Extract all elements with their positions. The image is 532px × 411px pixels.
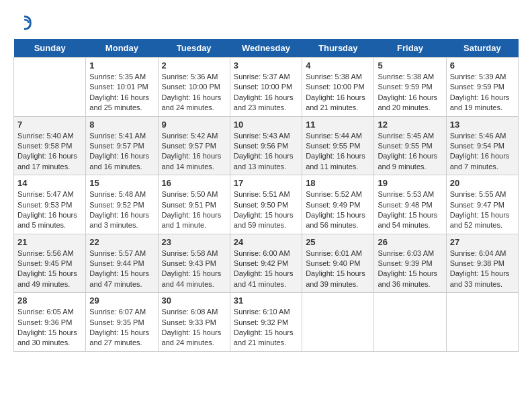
- cell-content: Sunrise: 5:46 AM Sunset: 9:54 PM Dayligh…: [450, 131, 515, 173]
- date-number: 8: [89, 120, 154, 130]
- weekday-header-friday: Friday: [374, 39, 446, 58]
- cell-content: Sunrise: 6:03 AM Sunset: 9:39 PM Dayligh…: [378, 248, 442, 290]
- calendar-cell: 9Sunrise: 5:42 AM Sunset: 9:57 PM Daylig…: [158, 116, 230, 175]
- date-number: 29: [89, 295, 154, 306]
- cell-content: Sunrise: 5:38 AM Sunset: 9:59 PM Dayligh…: [378, 72, 442, 113]
- date-number: 24: [234, 237, 298, 247]
- date-number: 27: [450, 237, 515, 247]
- cell-content: Sunrise: 5:47 AM Sunset: 9:53 PM Dayligh…: [17, 189, 82, 231]
- weekday-header-tuesday: Tuesday: [158, 39, 230, 58]
- calendar-cell: 30Sunrise: 6:08 AM Sunset: 9:33 PM Dayli…: [158, 293, 230, 352]
- date-number: 17: [234, 178, 298, 188]
- cell-content: Sunrise: 5:55 AM Sunset: 9:47 PM Dayligh…: [450, 189, 515, 231]
- date-number: 6: [450, 60, 515, 71]
- calendar-cell: [374, 293, 446, 352]
- date-number: 18: [306, 178, 370, 188]
- cell-content: Sunrise: 6:05 AM Sunset: 9:36 PM Dayligh…: [17, 307, 82, 349]
- date-number: 23: [162, 237, 226, 247]
- calendar-week-3: 14Sunrise: 5:47 AM Sunset: 9:53 PM Dayli…: [14, 175, 519, 234]
- calendar-cell: 25Sunrise: 6:01 AM Sunset: 9:40 PM Dayli…: [302, 234, 374, 293]
- date-number: 22: [89, 237, 154, 247]
- date-number: 10: [234, 120, 298, 130]
- calendar-cell: 6Sunrise: 5:39 AM Sunset: 9:59 PM Daylig…: [446, 58, 518, 117]
- calendar-week-4: 21Sunrise: 5:56 AM Sunset: 9:45 PM Dayli…: [14, 234, 519, 293]
- logo: [13, 13, 34, 32]
- cell-content: Sunrise: 5:39 AM Sunset: 9:59 PM Dayligh…: [450, 72, 515, 113]
- date-number: 25: [306, 237, 370, 247]
- calendar-cell: 28Sunrise: 6:05 AM Sunset: 9:36 PM Dayli…: [14, 293, 86, 352]
- date-number: 12: [378, 120, 442, 130]
- logo-icon: [15, 13, 34, 32]
- cell-content: Sunrise: 5:43 AM Sunset: 9:56 PM Dayligh…: [234, 131, 298, 173]
- date-number: 19: [378, 178, 442, 188]
- cell-content: Sunrise: 5:42 AM Sunset: 9:57 PM Dayligh…: [162, 131, 226, 173]
- calendar-cell: 24Sunrise: 6:00 AM Sunset: 9:42 PM Dayli…: [230, 234, 302, 293]
- cell-content: Sunrise: 5:37 AM Sunset: 10:00 PM Daylig…: [234, 72, 298, 113]
- calendar-cell: 22Sunrise: 5:57 AM Sunset: 9:44 PM Dayli…: [86, 234, 158, 293]
- calendar-cell: 17Sunrise: 5:51 AM Sunset: 9:50 PM Dayli…: [230, 175, 302, 234]
- cell-content: Sunrise: 5:51 AM Sunset: 9:50 PM Dayligh…: [234, 189, 298, 231]
- date-number: 5: [378, 60, 442, 71]
- calendar-cell: 19Sunrise: 5:53 AM Sunset: 9:48 PM Dayli…: [374, 175, 446, 234]
- date-number: 4: [306, 60, 370, 71]
- calendar-cell: 18Sunrise: 5:52 AM Sunset: 9:49 PM Dayli…: [302, 175, 374, 234]
- calendar-cell: 29Sunrise: 6:07 AM Sunset: 9:35 PM Dayli…: [86, 293, 158, 352]
- cell-content: Sunrise: 5:56 AM Sunset: 9:45 PM Dayligh…: [17, 248, 82, 290]
- date-number: 3: [234, 60, 298, 71]
- cell-content: Sunrise: 5:36 AM Sunset: 10:00 PM Daylig…: [162, 72, 226, 113]
- calendar-cell: [302, 293, 374, 352]
- calendar-cell: 15Sunrise: 5:48 AM Sunset: 9:52 PM Dayli…: [86, 175, 158, 234]
- date-number: 26: [378, 237, 442, 247]
- weekday-header-thursday: Thursday: [302, 39, 374, 58]
- calendar-cell: 8Sunrise: 5:41 AM Sunset: 9:57 PM Daylig…: [86, 116, 158, 175]
- cell-content: Sunrise: 5:38 AM Sunset: 10:00 PM Daylig…: [306, 72, 370, 113]
- calendar-cell: 12Sunrise: 5:45 AM Sunset: 9:55 PM Dayli…: [374, 116, 446, 175]
- cell-content: Sunrise: 5:57 AM Sunset: 9:44 PM Dayligh…: [89, 248, 154, 290]
- date-number: 9: [162, 120, 226, 130]
- calendar-cell: 26Sunrise: 6:03 AM Sunset: 9:39 PM Dayli…: [374, 234, 446, 293]
- calendar-cell: 20Sunrise: 5:55 AM Sunset: 9:47 PM Dayli…: [446, 175, 518, 234]
- cell-content: Sunrise: 6:04 AM Sunset: 9:38 PM Dayligh…: [450, 248, 515, 290]
- calendar-cell: 16Sunrise: 5:50 AM Sunset: 9:51 PM Dayli…: [158, 175, 230, 234]
- calendar-cell: 3Sunrise: 5:37 AM Sunset: 10:00 PM Dayli…: [230, 58, 302, 117]
- calendar-cell: 5Sunrise: 5:38 AM Sunset: 9:59 PM Daylig…: [374, 58, 446, 117]
- date-number: 15: [89, 178, 154, 188]
- weekday-header-saturday: Saturday: [446, 39, 518, 58]
- calendar-cell: 7Sunrise: 5:40 AM Sunset: 9:58 PM Daylig…: [14, 116, 86, 175]
- calendar-week-2: 7Sunrise: 5:40 AM Sunset: 9:58 PM Daylig…: [14, 116, 519, 175]
- cell-content: Sunrise: 6:10 AM Sunset: 9:32 PM Dayligh…: [234, 307, 298, 349]
- date-number: 11: [306, 120, 370, 130]
- cell-content: Sunrise: 5:50 AM Sunset: 9:51 PM Dayligh…: [162, 189, 226, 231]
- calendar-cell: [446, 293, 518, 352]
- cell-content: Sunrise: 6:01 AM Sunset: 9:40 PM Dayligh…: [306, 248, 370, 290]
- date-number: 2: [162, 60, 226, 71]
- page-header: [13, 13, 519, 32]
- calendar-cell: [14, 58, 86, 117]
- cell-content: Sunrise: 5:44 AM Sunset: 9:55 PM Dayligh…: [306, 131, 370, 173]
- weekday-header-monday: Monday: [86, 39, 158, 58]
- calendar-cell: 23Sunrise: 5:58 AM Sunset: 9:43 PM Dayli…: [158, 234, 230, 293]
- cell-content: Sunrise: 5:53 AM Sunset: 9:48 PM Dayligh…: [378, 189, 442, 231]
- calendar-cell: 4Sunrise: 5:38 AM Sunset: 10:00 PM Dayli…: [302, 58, 374, 117]
- date-number: 31: [234, 295, 298, 306]
- date-number: 30: [162, 295, 226, 306]
- calendar-week-1: 1Sunrise: 5:35 AM Sunset: 10:01 PM Dayli…: [14, 58, 519, 117]
- cell-content: Sunrise: 5:40 AM Sunset: 9:58 PM Dayligh…: [17, 131, 82, 173]
- calendar-week-5: 28Sunrise: 6:05 AM Sunset: 9:36 PM Dayli…: [14, 293, 519, 352]
- weekday-header-sunday: Sunday: [14, 39, 86, 58]
- calendar-cell: 1Sunrise: 5:35 AM Sunset: 10:01 PM Dayli…: [86, 58, 158, 117]
- date-number: 14: [17, 178, 82, 188]
- cell-content: Sunrise: 5:52 AM Sunset: 9:49 PM Dayligh…: [306, 189, 370, 231]
- calendar-cell: 31Sunrise: 6:10 AM Sunset: 9:32 PM Dayli…: [230, 293, 302, 352]
- calendar-cell: 11Sunrise: 5:44 AM Sunset: 9:55 PM Dayli…: [302, 116, 374, 175]
- date-number: 16: [162, 178, 226, 188]
- date-number: 28: [17, 295, 82, 306]
- cell-content: Sunrise: 5:58 AM Sunset: 9:43 PM Dayligh…: [162, 248, 226, 290]
- cell-content: Sunrise: 5:35 AM Sunset: 10:01 PM Daylig…: [89, 72, 154, 113]
- cell-content: Sunrise: 5:45 AM Sunset: 9:55 PM Dayligh…: [378, 131, 442, 173]
- cell-content: Sunrise: 5:48 AM Sunset: 9:52 PM Dayligh…: [89, 189, 154, 231]
- weekday-header-wednesday: Wednesday: [230, 39, 302, 58]
- date-number: 21: [17, 237, 82, 247]
- calendar-cell: 14Sunrise: 5:47 AM Sunset: 9:53 PM Dayli…: [14, 175, 86, 234]
- weekday-header-row: SundayMondayTuesdayWednesdayThursdayFrid…: [14, 39, 519, 58]
